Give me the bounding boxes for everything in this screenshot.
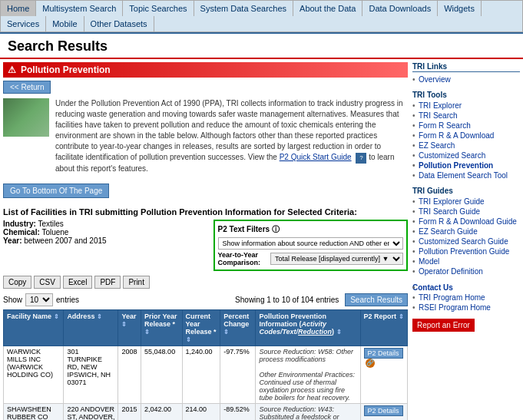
section-header: ⚠ Pollution Prevention <box>3 62 408 78</box>
sidebar-section-tri-tools: TRI Tools TRI Explorer TRI Search Form R… <box>412 91 520 180</box>
sidebar-link-overview[interactable]: Overview <box>412 74 520 84</box>
back-button[interactable]: << Return <box>3 81 51 94</box>
p2-details-btn-2[interactable]: P2 Details <box>364 405 403 416</box>
nav-item-system-data[interactable]: System Data Searches <box>194 1 294 16</box>
nav-item-downloads[interactable]: Data Downloads <box>362 1 438 16</box>
col-facility-name: Facility Name ⇕ <box>4 310 64 346</box>
p2-filter1-select[interactable]: Show information about source reduction … <box>218 237 404 250</box>
tri-links-title: TRI Links <box>412 62 520 72</box>
sidebar-link-pp-guide[interactable]: Pollution Prevention Guide <box>412 246 520 256</box>
cell-pp-info: Source Reduction: W58: Other process mod… <box>256 346 360 404</box>
report-error-button[interactable]: Report an Error <box>412 319 475 332</box>
sidebar-section-title-tools: TRI Tools <box>412 91 520 99</box>
results-table: Facility Name ⇕ Address ⇕ Year ⇕ Prior Y… <box>3 309 408 420</box>
chemical-row: Chemical: Toluene <box>3 228 198 236</box>
show-label: Show <box>3 296 22 304</box>
pollution-icon: ⚠ <box>8 64 16 75</box>
sidebar-link-form-r-download[interactable]: Form R & A Download <box>412 131 520 141</box>
table-row: SHAWSHEEN RUBBER CO INC (NA) 220 ANDOVER… <box>4 404 408 421</box>
sidebar-link-operator-def[interactable]: Operator Definition <box>412 266 520 276</box>
cell-current-release: 214.00 <box>182 404 220 421</box>
sidebar-link-model[interactable]: Model <box>412 256 520 266</box>
page-title: Search Results <box>0 34 523 59</box>
sidebar: TRI Links Overview TRI Tools TRI Explore… <box>412 62 520 420</box>
col-pct-change: Percent Change ⇕ <box>220 310 256 346</box>
nav-item-mobile[interactable]: Mobile <box>46 16 84 31</box>
sidebar-section-tri-guides: TRI Guides TRI Explorer Guide TRI Search… <box>412 187 520 276</box>
search-results-button[interactable]: Search Results <box>345 293 408 306</box>
sidebar-link-form-r-search[interactable]: Form R Search <box>412 121 520 131</box>
description-text: Under the Pollution Prevention Act of 19… <box>55 98 408 174</box>
col-prior-release: Prior Year Release * ⇕ <box>141 310 182 346</box>
sidebar-link-explorer-guide[interactable]: TRI Explorer Guide <box>412 197 520 207</box>
quickstart-link[interactable]: P2 Quick Start Guide <box>280 153 352 161</box>
cell-pct-change: -97.75% <box>220 346 256 404</box>
col-current-release: Current Year Release * ⇕ <box>182 310 220 346</box>
cell-year: 2015 <box>118 404 141 421</box>
cell-prior-release: 55,048.00 <box>141 346 182 404</box>
sidebar-link-form-r-guide[interactable]: Form R & A Download Guide <box>412 217 520 227</box>
section-title: Pollution Prevention <box>21 64 111 75</box>
cell-pct-change: -89.52% <box>220 404 256 421</box>
sidebar-link-customized-search[interactable]: Customized Search <box>412 150 520 160</box>
filter2-label: Year-to-Year Comparison: <box>218 251 268 266</box>
pdf-button[interactable]: PDF <box>94 276 121 289</box>
csv-button[interactable]: CSV <box>34 276 61 289</box>
table-row: WARWICK MILLS INC (WARWICK HOLDING CO) 3… <box>4 346 408 404</box>
sidebar-link-ez-search[interactable]: EZ Search <box>412 141 520 150</box>
nav-item-home[interactable]: Home <box>1 1 36 16</box>
sidebar-link-ez-guide[interactable]: EZ Search Guide <box>412 227 520 236</box>
year-row: Year: between 2007 and 2015 <box>3 236 198 245</box>
print-button[interactable]: Print <box>123 276 150 289</box>
sidebar-link-contact-us[interactable]: Contact Us <box>412 283 520 293</box>
quickstart-icon: ? <box>356 153 366 164</box>
cell-address: 301 TURNPIKE RD, NEW IPSWICH, NH 03071 <box>64 346 118 404</box>
sidebar-link-tri-explorer[interactable]: TRI Explorer <box>412 101 520 111</box>
nav-bar: Home Multisystem Search Topic Searches S… <box>0 0 523 34</box>
year-value: between 2007 and 2015 <box>24 236 106 245</box>
p2-details-btn-1[interactable]: P2 Details <box>364 348 403 359</box>
sidebar-link-search-guide[interactable]: TRI Search Guide <box>412 207 520 217</box>
nav-item-other[interactable]: Other Datasets <box>84 16 154 31</box>
entries-select[interactable]: 10 25 50 <box>25 293 53 306</box>
sidebar-link-tri-search[interactable]: TRI Search <box>412 111 520 121</box>
entries-suffix: entries <box>56 296 79 304</box>
cell-prior-release: 2,042.00 <box>141 404 182 421</box>
nav-item-services[interactable]: Services <box>1 16 46 31</box>
pp-image <box>3 98 49 137</box>
excel-button[interactable]: Excel <box>63 276 92 289</box>
sidebar-link-rsei[interactable]: RSEI Program Home <box>412 303 520 313</box>
cell-facility-name: WARWICK MILLS INC (WARWICK HOLDING CO) <box>4 346 64 404</box>
col-p2-report: P2 Report ⇕ <box>360 310 407 346</box>
sidebar-link-data-element[interactable]: Data Element Search Tool <box>412 170 520 180</box>
sidebar-link-pollution-prevention[interactable]: Pollution Prevention <box>412 160 520 170</box>
goto-bottom-button[interactable]: Go To Bottom Of The Page <box>3 184 109 198</box>
showing-text: Showing 1 to 10 of 104 entries <box>235 296 339 304</box>
sidebar-section-title-guides: TRI Guides <box>412 187 520 195</box>
cell-current-release: 1,240.00 <box>182 346 220 404</box>
nav-item-multisystem[interactable]: Multisystem Search <box>36 1 123 16</box>
industry-value: Textiles <box>38 220 63 228</box>
sidebar-link-tri-program[interactable]: TRI Program Home <box>412 293 520 303</box>
nav-item-widgets[interactable]: Widgets <box>438 1 482 16</box>
sidebar-section-contact: Contact Us TRI Program Home RSEI Program… <box>412 283 520 313</box>
col-year: Year ⇕ <box>118 310 141 346</box>
cell-facility-name: SHAWSHEEN RUBBER CO INC (NA) <box>4 404 64 421</box>
criteria-header: List of Facilities in TRI submitting Pol… <box>3 207 408 217</box>
p2-filters-box: P2 Text Filters ⓘ Show information about… <box>214 220 409 271</box>
sidebar-link-customized-guide[interactable]: Customized Search Guide <box>412 236 520 246</box>
nav-item-about[interactable]: About the Data <box>293 1 362 16</box>
p2-filter2-select[interactable]: Total Release [displayed currently] ▼ <box>270 253 403 265</box>
nav-item-topic[interactable]: Topic Searches <box>123 1 194 16</box>
sidebar-section-overview: Overview <box>412 74 520 84</box>
cell-year: 2008 <box>118 346 141 404</box>
cell-address: 220 ANDOVER ST, ANDOVER, MA 01810 <box>64 404 118 421</box>
col-pp-info: Pollution Prevention Information (Activi… <box>256 310 360 346</box>
p2-filters-title: P2 Text Filters ⓘ <box>218 224 404 235</box>
cell-pp-info: Source Reduction: W43: Substituted a fee… <box>256 404 360 421</box>
copy-button[interactable]: Copy <box>3 276 31 289</box>
export-buttons: Copy CSV Excel PDF Print <box>3 276 408 289</box>
cell-p2-report: P2 Details 🔗 <box>360 346 407 404</box>
chemical-value: Toluene <box>41 228 68 236</box>
industry-row: Industry: Textiles <box>3 220 198 228</box>
